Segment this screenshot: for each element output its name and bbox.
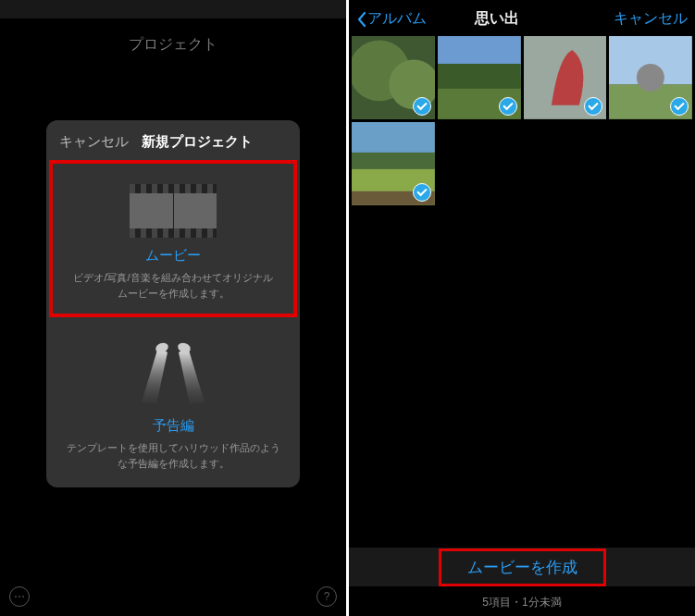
svg-rect-9 (438, 64, 521, 89)
help-icon[interactable]: ? (316, 586, 337, 607)
status-bar (0, 0, 346, 18)
nav-title: 思い出 (380, 9, 614, 29)
trailer-option-desc: テンプレートを使用してハリウッド作品のような予告編を作成します。 (65, 440, 281, 471)
nav-cancel-button[interactable]: キャンセル (614, 9, 688, 29)
svg-rect-14 (352, 122, 435, 153)
check-icon (499, 97, 517, 116)
page-title: プロジェクト (0, 18, 346, 82)
highlight-movie-option: ムービー ビデオ/写真/音楽を組み合わせてオリジナルムービーを作成します。 (49, 160, 297, 317)
highlight-create-button: ムービーを作成 (439, 548, 606, 586)
film-icon (130, 184, 217, 238)
media-thumb[interactable] (609, 36, 692, 119)
check-icon (413, 183, 431, 202)
nav-bar: アルバム 思い出 キャンセル (349, 0, 695, 36)
chevron-left-icon (356, 11, 367, 28)
modal-header: キャンセル 新規プロジェクト (46, 120, 300, 160)
create-movie-button[interactable]: ムービーを作成 (467, 559, 577, 576)
bottom-toolbar: ⋯ ? (9, 586, 337, 607)
svg-marker-1 (179, 347, 205, 404)
check-icon (584, 97, 602, 116)
modal-title: 新規プロジェクト (142, 133, 253, 151)
media-thumb[interactable] (524, 36, 607, 119)
svg-point-13 (637, 64, 664, 92)
movie-option-desc: ビデオ/写真/音楽を組み合わせてオリジナルムービーを作成します。 (71, 270, 275, 301)
cancel-button[interactable]: キャンセル (59, 133, 129, 151)
check-icon (670, 97, 689, 116)
movie-option-title: ムービー (71, 247, 275, 265)
new-project-modal: キャンセル 新規プロジェクト ムービー ビデオ/写真/音楽を組み合わせてオリジナ… (46, 120, 300, 487)
spotlight-icon (136, 338, 210, 412)
screen-media-picker: アルバム 思い出 キャンセル ムービーを作成 5項目・1分未満 (349, 0, 695, 616)
screen-new-project: プロジェクト キャンセル 新規プロジェクト ムービー ビデオ/写真/音楽を組み合… (0, 0, 349, 616)
media-thumb[interactable] (352, 36, 435, 119)
check-icon (413, 97, 431, 116)
svg-rect-15 (352, 153, 435, 169)
svg-marker-0 (142, 347, 168, 404)
media-grid (349, 36, 695, 205)
media-thumb[interactable] (438, 36, 521, 119)
selection-summary: 5項目・1分未満 (349, 595, 695, 610)
more-icon[interactable]: ⋯ (9, 586, 30, 607)
trailer-option[interactable]: 予告編 テンプレートを使用してハリウッド作品のような予告編を作成します。 (46, 317, 300, 484)
trailer-option-title: 予告編 (65, 417, 281, 435)
movie-option[interactable]: ムービー ビデオ/写真/音楽を組み合わせてオリジナルムービーを作成します。 (53, 164, 293, 314)
create-bar: ムービーを作成 (349, 548, 695, 586)
media-thumb[interactable] (352, 122, 435, 205)
